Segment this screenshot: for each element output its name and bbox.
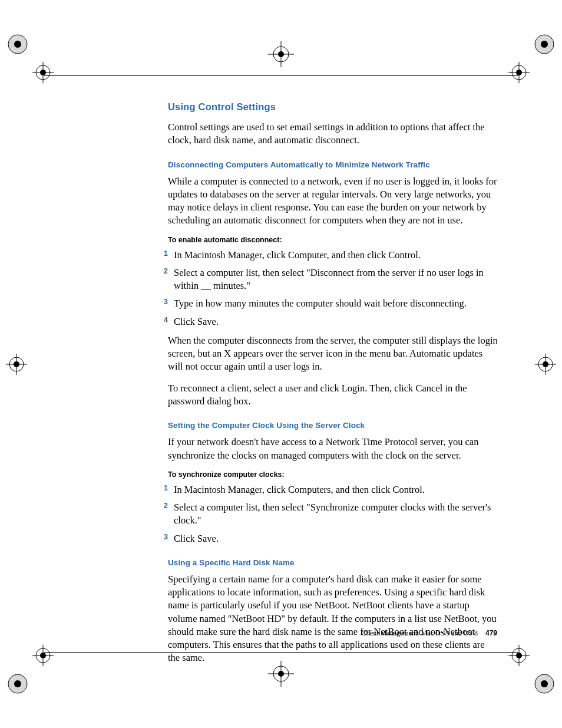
- heading-sync-clocks: To synchronize computer clocks:: [168, 470, 498, 479]
- svg-point-43: [278, 51, 284, 57]
- registration-mark-icon: [6, 672, 29, 696]
- hdd-paragraph: Specifying a certain name for a computer…: [168, 573, 498, 665]
- registration-mark-icon: [32, 645, 54, 666]
- disconnect-after-paragraph: When the computer disconnects from the s…: [168, 334, 498, 374]
- step-text: Type in how many minutes the computer sh…: [174, 297, 467, 310]
- step-text: In Macintosh Manager, click Computers, a…: [174, 483, 425, 496]
- clock-intro-paragraph: If your network doesn't have access to a…: [168, 436, 498, 462]
- step-number: 1: [156, 249, 174, 258]
- registration-mark-icon: [508, 645, 530, 666]
- crop-rule-top: [44, 75, 518, 76]
- footer-chapter: Client Management: Mac OS 9 and OS 8: [361, 629, 478, 637]
- svg-point-2: [14, 41, 21, 48]
- svg-point-24: [14, 680, 21, 687]
- step-row: 2 Select a computer list, then select "D…: [156, 266, 498, 293]
- step-row: 3 Type in how many minutes the computer …: [156, 297, 498, 310]
- svg-point-17: [14, 361, 19, 367]
- step-row: 1 In Macintosh Manager, click Computer, …: [156, 249, 498, 262]
- heading-enable-disconnect: To enable automatic disconnect:: [168, 236, 498, 244]
- svg-point-39: [278, 671, 284, 677]
- heading-using-control-settings: Using Control Settings: [168, 101, 498, 113]
- registration-mark-icon: [268, 41, 294, 67]
- disconnect-reconnect-paragraph: To reconnect a client, select a user and…: [168, 382, 498, 409]
- page-footer: Client Management: Mac OS 9 and OS 8 479: [361, 629, 497, 638]
- registration-mark-icon: [508, 62, 530, 83]
- step-number: 1: [156, 483, 174, 492]
- heading-clock: Setting the Computer Clock Using the Ser…: [168, 421, 498, 430]
- step-row: 4 Click Save.: [156, 315, 498, 328]
- disconnect-intro-paragraph: While a computer is connected to a netwo…: [168, 175, 498, 228]
- step-number: 3: [156, 532, 174, 541]
- step-number: 2: [156, 266, 174, 275]
- heading-disconnecting: Disconnecting Computers Automatically to…: [168, 160, 498, 169]
- step-text: Click Save.: [174, 532, 219, 545]
- svg-point-13: [516, 70, 522, 75]
- step-row: 2 Select a computer list, then select "S…: [156, 501, 498, 528]
- registration-mark-icon: [535, 354, 556, 375]
- svg-point-28: [40, 653, 46, 658]
- step-text: Select a computer list, then select "Syn…: [174, 501, 498, 528]
- footer-page-number: 479: [485, 629, 497, 637]
- step-row: 3 Click Save.: [156, 532, 498, 545]
- registration-mark-icon: [6, 354, 27, 375]
- step-text: Click Save.: [174, 315, 219, 328]
- svg-point-6: [40, 70, 46, 75]
- svg-point-21: [543, 361, 548, 367]
- page-content: Using Control Settings Control settings …: [168, 101, 498, 673]
- registration-mark-icon: [533, 32, 556, 56]
- svg-point-35: [516, 653, 522, 658]
- svg-point-31: [541, 680, 548, 687]
- registration-mark-icon: [6, 32, 29, 56]
- registration-mark-icon: [32, 62, 54, 83]
- registration-mark-icon: [268, 661, 294, 687]
- registration-mark-icon: [533, 672, 556, 696]
- step-number: 2: [156, 501, 174, 510]
- step-number: 3: [156, 297, 174, 306]
- step-number: 4: [156, 315, 174, 324]
- step-row: 1 In Macintosh Manager, click Computers,…: [156, 483, 498, 496]
- svg-point-9: [541, 41, 548, 48]
- heading-hard-disk: Using a Specific Hard Disk Name: [168, 558, 498, 567]
- intro-paragraph: Control settings are used to set email s…: [168, 121, 498, 147]
- step-text: In Macintosh Manager, click Computer, an…: [174, 249, 421, 262]
- step-text: Select a computer list, then select "Dis…: [174, 266, 498, 293]
